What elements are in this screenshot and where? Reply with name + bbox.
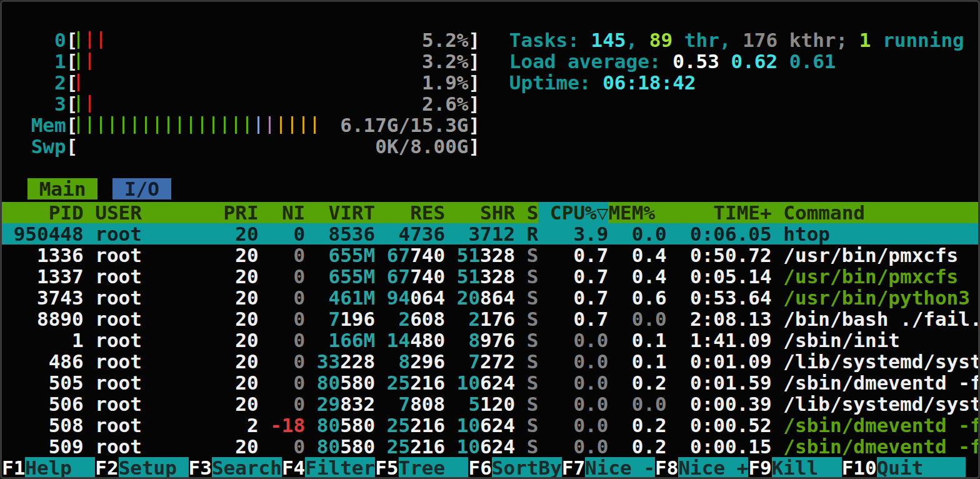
process-row[interactable]: 950448root200853647363712R3.90.00:06.05h… bbox=[2, 223, 978, 245]
meter-tick-green bbox=[156, 116, 158, 134]
fn-search[interactable]: F3Search bbox=[189, 457, 282, 478]
res-value: 4736 bbox=[375, 223, 445, 245]
process-row[interactable]: 8890root200719626082176S0.70.02:08.13/bi… bbox=[2, 308, 978, 330]
command-value: /usr/bin/pmxcfs bbox=[783, 245, 978, 266]
header-user[interactable]: USER bbox=[95, 202, 212, 223]
ni-value: 0 bbox=[259, 223, 306, 245]
fn-help[interactable]: F1Help bbox=[2, 457, 95, 478]
user-value: root bbox=[95, 266, 212, 287]
virt-value: 8536 bbox=[305, 223, 375, 245]
pid-value: 506 bbox=[2, 393, 84, 415]
tab-io[interactable]: I/O bbox=[112, 178, 171, 199]
fn-tree[interactable]: F5Tree bbox=[375, 457, 468, 478]
user-value: root bbox=[95, 330, 212, 351]
ni-value: 0 bbox=[259, 308, 306, 330]
tasks-running: 1 bbox=[859, 29, 871, 51]
meter-tick-green bbox=[100, 116, 102, 134]
ni-value: 0 bbox=[259, 351, 306, 372]
header-mem[interactable]: MEM% bbox=[608, 202, 666, 223]
swp-label: Swp bbox=[31, 136, 66, 157]
header-state[interactable]: S bbox=[515, 202, 538, 223]
process-row[interactable]: 3743root200461M9406420864S0.70.60:53.64/… bbox=[2, 287, 978, 308]
process-row[interactable]: 486root2003322882967272S0.00.10:01.09/li… bbox=[2, 351, 978, 372]
shr-value: 10624 bbox=[445, 415, 515, 436]
meter-tick-purple bbox=[269, 116, 271, 134]
user-value: root bbox=[95, 245, 212, 266]
tasks-total: 145 bbox=[591, 29, 626, 51]
process-row[interactable]: 508root2-18805802521610624S0.00.20:00.52… bbox=[2, 415, 978, 436]
meter-tick-green bbox=[78, 53, 79, 70]
fn-kill[interactable]: F9Kill bbox=[748, 457, 841, 478]
state-value: S bbox=[515, 415, 538, 436]
meter-tick-green bbox=[78, 116, 79, 134]
header-res[interactable]: RES bbox=[375, 202, 445, 223]
header-cpu-sort[interactable]: CPU%▽ bbox=[538, 202, 608, 223]
meter-tick-yellow bbox=[280, 116, 282, 134]
fn-quit[interactable]: F10Quit bbox=[842, 457, 966, 478]
memory-meter: Mem[ 6.17G/15.3G ] bbox=[31, 114, 481, 136]
process-row[interactable]: 505root200805802521610624S0.00.20:01.59/… bbox=[2, 372, 978, 393]
fn-nice-minus[interactable]: F7Nice - bbox=[562, 457, 655, 478]
virt-value: 655M bbox=[305, 266, 375, 287]
ni-value: 0 bbox=[259, 393, 306, 415]
header-command[interactable]: Command bbox=[783, 202, 978, 223]
state-value: S bbox=[515, 266, 538, 287]
state-value: S bbox=[515, 245, 538, 266]
table-header-row: PID USER PRI NI VIRT RES SHR S CPU%▽ MEM… bbox=[2, 202, 978, 223]
process-row[interactable]: 1337root200655M6774051328S0.70.40:05.14/… bbox=[2, 266, 978, 287]
cpu-percent-value: 3.9 bbox=[538, 223, 608, 245]
virt-value: 80580 bbox=[305, 415, 375, 436]
swp-value: 0K/8.00G bbox=[375, 136, 468, 157]
pri-value: 20 bbox=[212, 308, 259, 330]
meter-tick-yellow bbox=[291, 116, 293, 134]
process-row[interactable]: 506root2002983278085120S0.00.00:00.39/li… bbox=[2, 393, 978, 415]
tasks-kthreads: 176 kthr; bbox=[742, 29, 859, 51]
cpu-meter-1: 1[ 3.2% ] bbox=[31, 51, 481, 72]
command-value: /usr/bin/python3 /u bbox=[783, 287, 978, 308]
header-pri[interactable]: PRI bbox=[212, 202, 259, 223]
header-ni[interactable]: NI bbox=[259, 202, 306, 223]
mem-percent-value: 0.0 bbox=[608, 223, 666, 245]
state-value: S bbox=[515, 393, 538, 415]
state-value: S bbox=[515, 308, 538, 330]
meter-tick-red bbox=[89, 95, 91, 113]
header-pid[interactable]: PID bbox=[2, 202, 84, 223]
fn-sortby[interactable]: F6SortBy bbox=[468, 457, 561, 478]
process-row[interactable]: 1336root200655M6774051328S0.70.40:50.72/… bbox=[2, 245, 978, 266]
time-value: 0:05.14 bbox=[667, 266, 772, 287]
tasks-label: Tasks: bbox=[509, 29, 591, 51]
virt-value: 166M bbox=[305, 330, 375, 351]
meters-column: 0[ 5.2% ] 1[ 3.2% ] 2[ 1.9% ] 3[ 2.6% ] … bbox=[2, 29, 480, 157]
fn-setup[interactable]: F2Setup bbox=[95, 457, 188, 478]
res-value: 2608 bbox=[375, 308, 445, 330]
shr-value: 2176 bbox=[445, 308, 515, 330]
state-value: S bbox=[515, 287, 538, 308]
meter-tick-green bbox=[168, 116, 169, 134]
meter-tick-green bbox=[89, 116, 91, 134]
uptime-value: 06:18:42 bbox=[602, 72, 696, 93]
cpu-percent-value: 0.0 bbox=[538, 372, 608, 393]
header-shr[interactable]: SHR bbox=[445, 202, 515, 223]
mem-bar: 6.17G/15.3G bbox=[78, 114, 468, 136]
cpu-percent-value: 0.7 bbox=[538, 287, 608, 308]
tab-main[interactable]: Main bbox=[28, 178, 98, 199]
pri-value: 20 bbox=[212, 372, 259, 393]
command-value: /sbin/dmeventd -f bbox=[783, 372, 978, 393]
cpu1-label: 1 bbox=[31, 51, 66, 72]
pri-value: 20 bbox=[212, 223, 259, 245]
process-row[interactable]: 1root200166M144808976S0.00.11:41.09/sbin… bbox=[2, 330, 978, 351]
mem-percent-value: 0.2 bbox=[608, 415, 666, 436]
process-row[interactable]: 509root200805802521610624S0.00.20:00.15/… bbox=[2, 436, 978, 457]
fn-nice-plus[interactable]: F8Nice + bbox=[655, 457, 748, 478]
fn-filter[interactable]: F4Filter bbox=[282, 457, 375, 478]
meter-tick-green bbox=[78, 31, 79, 49]
header-time[interactable]: TIME+ bbox=[667, 202, 772, 223]
state-value: R bbox=[515, 223, 538, 245]
cpu-percent-value: 0.7 bbox=[538, 308, 608, 330]
pri-value: 2 bbox=[212, 415, 259, 436]
meter-tick-green bbox=[190, 116, 192, 134]
pri-value: 20 bbox=[212, 436, 259, 457]
header-virt[interactable]: VIRT bbox=[305, 202, 375, 223]
bracket-close: ] bbox=[469, 29, 481, 51]
res-value: 94064 bbox=[375, 287, 445, 308]
